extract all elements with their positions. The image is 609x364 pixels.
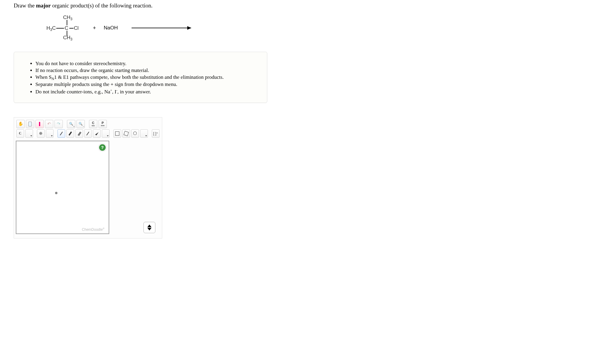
help-button[interactable]: ? xyxy=(99,144,106,151)
erase-tool[interactable] xyxy=(35,120,44,128)
instructions-box: You do not have to consider stereochemis… xyxy=(14,52,267,103)
wedge-bond-tool[interactable] xyxy=(93,129,101,138)
chemdoodle-brand: ChemDoodle® xyxy=(82,227,104,232)
reaction-row: CH3 H3C C Cl CH3 + NaOH xyxy=(14,13,609,43)
bracket-tool[interactable]: [ ]⁺ xyxy=(152,129,160,138)
instruction-item: Do not include counter-ions, e.g., Na+, … xyxy=(35,88,258,95)
recessed-bond-tool[interactable] xyxy=(66,129,74,138)
element-picker[interactable]: C xyxy=(16,129,24,138)
bond-dropdown[interactable] xyxy=(102,129,110,138)
ring-square-tool[interactable] xyxy=(113,129,121,138)
triple-bond-tool[interactable] xyxy=(84,129,92,138)
charge-tool[interactable] xyxy=(37,129,45,138)
instruction-item: Separate multiple products using the + s… xyxy=(35,81,258,88)
paste-button[interactable]: Paste xyxy=(99,120,107,128)
instruction-item: If no reaction occurs, draw the organic … xyxy=(35,67,258,74)
copy-button[interactable]: Copy xyxy=(89,120,97,128)
stepper-up-icon xyxy=(147,225,152,227)
ring-hexagon-tool[interactable] xyxy=(131,129,139,138)
instruction-item: When SN1 & E1 pathways compete, show bot… xyxy=(35,74,258,81)
toolbar-row-2: C [ ]⁺ xyxy=(16,129,160,138)
single-bond-tool[interactable] xyxy=(57,129,65,138)
redo-button[interactable] xyxy=(54,120,63,128)
instruction-item: You do not have to consider stereochemis… xyxy=(35,60,258,67)
toolbar-row-1: Copy Paste xyxy=(16,119,160,129)
charge-dropdown[interactable] xyxy=(46,129,54,138)
pan-tool[interactable] xyxy=(16,120,25,128)
structure-editor: Copy Paste C xyxy=(14,117,162,239)
reactant-structure: CH3 H3C C Cl CH3 xyxy=(46,15,85,41)
drawing-canvas[interactable]: ? ChemDoodle® xyxy=(16,141,109,234)
ring-dropdown[interactable] xyxy=(140,129,148,138)
stepper-down-icon xyxy=(147,228,152,230)
element-dropdown[interactable] xyxy=(25,129,33,138)
select-tool[interactable] xyxy=(26,120,34,128)
structure-stepper[interactable] xyxy=(143,222,155,233)
reaction-arrow xyxy=(132,28,191,28)
plus-sign: + xyxy=(93,25,96,31)
zoom-in-button[interactable] xyxy=(67,120,75,128)
zoom-out-button[interactable] xyxy=(76,120,85,128)
undo-button[interactable] xyxy=(45,120,53,128)
reagent: NaOH xyxy=(104,25,118,31)
double-bond-tool[interactable] xyxy=(75,129,83,138)
ring-pentagon-tool[interactable] xyxy=(122,129,130,138)
question-text: Draw the major organic product(s) of the… xyxy=(14,2,609,9)
canvas-placeholder-dot xyxy=(55,192,57,194)
